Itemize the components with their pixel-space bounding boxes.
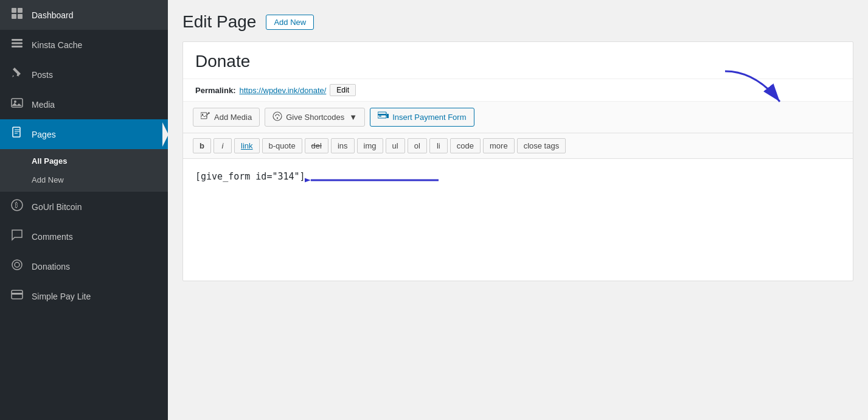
- editor-toolbar: Add Media Give Shortcodes ▼ Insert Payme…: [183, 102, 853, 133]
- svg-rect-2: [12, 14, 16, 19]
- sidebar-item-label: Simple Pay Lite: [32, 292, 91, 301]
- svg-rect-21: [378, 114, 386, 116]
- sidebar-item-gourl-bitcoin[interactable]: ₿ GoUrl Bitcoin: [0, 192, 168, 222]
- svg-point-12: [12, 260, 22, 270]
- kinsta-cache-icon: [10, 37, 24, 52]
- editor-content-area[interactable]: [give_form id="314"]: [183, 159, 853, 281]
- svg-rect-1: [18, 8, 23, 13]
- format-italic-button[interactable]: i: [214, 138, 232, 153]
- insert-payment-icon: [378, 111, 389, 123]
- svg-point-18: [273, 112, 282, 121]
- sidebar-item-media[interactable]: Media: [0, 89, 168, 119]
- svg-text:₿: ₿: [15, 201, 18, 209]
- add-media-icon: [201, 111, 210, 123]
- posts-icon: [10, 67, 24, 82]
- editor-title-input[interactable]: [195, 52, 841, 71]
- sidebar-sub-item-add-new[interactable]: Add New: [0, 170, 168, 189]
- format-link-button[interactable]: link: [234, 138, 260, 153]
- add-media-button[interactable]: Add Media: [193, 108, 260, 127]
- pages-active-arrow: [162, 119, 168, 149]
- editor-container: Permalink: https://wpdev.ink/donate/ Edi…: [182, 41, 853, 281]
- sidebar-item-dashboard[interactable]: Dashboard: [0, 0, 168, 30]
- sidebar: Dashboard Kinsta Cache Posts Media Pages…: [0, 0, 168, 420]
- page-header: Edit Page Add New: [168, 0, 868, 41]
- svg-point-13: [15, 262, 19, 267]
- svg-rect-3: [18, 14, 23, 19]
- format-ins-button[interactable]: ins: [331, 138, 355, 153]
- svg-rect-15: [12, 293, 23, 295]
- page-title: Edit Page: [182, 12, 256, 32]
- permalink-edit-button[interactable]: Edit: [330, 84, 356, 96]
- editor-content-text: [give_form id="314"]: [195, 171, 305, 182]
- bitcoin-icon: ₿: [10, 199, 24, 214]
- give-shortcodes-button[interactable]: Give Shortcodes ▼: [265, 108, 365, 127]
- permalink-label: Permalink:: [195, 86, 235, 95]
- permalink-link[interactable]: https://wpdev.ink/donate/: [239, 86, 326, 95]
- comments-icon: [10, 229, 24, 244]
- format-toolbar: b i link b-quote del ins img ul ol li co…: [183, 133, 853, 159]
- svg-rect-23: [387, 114, 389, 118]
- svg-rect-9: [13, 127, 20, 137]
- format-more-button[interactable]: more: [483, 138, 515, 153]
- format-code-button[interactable]: code: [450, 138, 481, 153]
- donations-icon: [10, 259, 24, 274]
- svg-rect-0: [12, 8, 16, 13]
- sidebar-item-label: Dashboard: [32, 10, 74, 20]
- svg-rect-4: [12, 39, 23, 41]
- format-li-button[interactable]: li: [429, 138, 448, 153]
- sidebar-item-label: GoUrl Bitcoin: [32, 202, 82, 212]
- sidebar-item-label: Pages: [32, 130, 56, 139]
- format-ul-button[interactable]: ul: [386, 138, 405, 153]
- sidebar-item-posts[interactable]: Posts: [0, 60, 168, 89]
- give-shortcodes-dropdown-icon: ▼: [349, 113, 357, 122]
- format-ol-button[interactable]: ol: [408, 138, 427, 153]
- sidebar-item-label: Comments: [32, 232, 73, 242]
- give-shortcodes-label: Give Shortcodes: [286, 113, 344, 122]
- give-shortcodes-icon: [273, 111, 282, 123]
- format-bold-button[interactable]: b: [193, 138, 211, 153]
- sidebar-item-donations[interactable]: Donations: [0, 251, 168, 281]
- insert-payment-button[interactable]: Insert Payment Form: [370, 108, 474, 127]
- pages-submenu: All Pages Add New: [0, 149, 168, 192]
- format-img-button[interactable]: img: [357, 138, 383, 153]
- sidebar-item-label: Media: [32, 100, 55, 110]
- svg-rect-24: [386, 115, 389, 116]
- format-bquote-button[interactable]: b-quote: [262, 138, 302, 153]
- simple-pay-icon: [10, 289, 24, 304]
- svg-rect-22: [379, 116, 381, 117]
- svg-point-19: [277, 117, 278, 119]
- insert-payment-label: Insert Payment Form: [392, 113, 466, 122]
- sidebar-item-label: Donations: [32, 262, 70, 271]
- sidebar-item-pages[interactable]: Pages: [0, 119, 168, 149]
- add-new-button[interactable]: Add New: [266, 15, 314, 30]
- format-del-button[interactable]: del: [305, 138, 328, 153]
- sidebar-item-kinsta-cache[interactable]: Kinsta Cache: [0, 30, 168, 60]
- arrow-annotation-2: [305, 165, 445, 195]
- svg-point-8: [14, 100, 16, 103]
- pages-icon: [10, 127, 24, 142]
- svg-rect-6: [12, 46, 23, 47]
- media-icon: [10, 97, 24, 112]
- permalink-row: Permalink: https://wpdev.ink/donate/ Edi…: [183, 79, 853, 102]
- sidebar-item-label: Posts: [32, 70, 53, 80]
- sidebar-item-label: Kinsta Cache: [32, 40, 82, 50]
- sidebar-sub-item-all-pages[interactable]: All Pages: [0, 152, 168, 170]
- svg-rect-5: [12, 43, 23, 44]
- format-close-tags-button[interactable]: close tags: [517, 138, 566, 153]
- sidebar-item-comments[interactable]: Comments: [0, 222, 168, 251]
- add-media-label: Add Media: [214, 113, 252, 122]
- dashboard-icon: [10, 7, 24, 23]
- editor-title-area: [183, 42, 853, 79]
- sidebar-item-simple-pay-lite[interactable]: Simple Pay Lite: [0, 281, 168, 311]
- main-content: Edit Page Add New Permalink: https://wpd…: [168, 0, 868, 420]
